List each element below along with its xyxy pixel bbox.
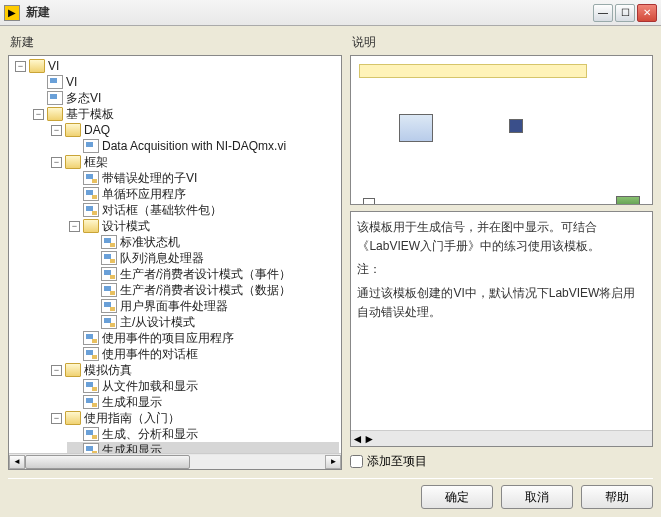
tree-item-label: 使用事件的项目应用程序 <box>102 330 234 347</box>
tree-item[interactable]: −模拟仿真 <box>49 362 339 378</box>
scroll-left-icon[interactable]: ◄ <box>351 432 363 446</box>
tree-item[interactable]: −设计模式 <box>67 218 339 234</box>
desc-h-scrollbar[interactable]: ◄ ► <box>351 430 652 446</box>
right-panel-label: 说明 <box>352 34 653 51</box>
left-panel: 新建 −VIVI多态VI−基于模板−DAQData Acquisition wi… <box>8 34 342 470</box>
scroll-left-icon[interactable]: ◄ <box>9 455 25 469</box>
tree-item[interactable]: VI <box>31 74 339 90</box>
folder-icon <box>83 219 99 233</box>
expander-icon[interactable]: − <box>15 61 26 72</box>
content-area: 新建 −VIVI多态VI−基于模板−DAQData Acquisition wi… <box>0 26 661 517</box>
expander-spacer <box>69 333 80 344</box>
tree-item[interactable]: 主/从设计模式 <box>85 314 339 330</box>
tree-item[interactable]: −基于模板 <box>31 106 339 122</box>
add-to-project-row[interactable]: 添加至项目 <box>350 453 653 470</box>
desc-line-3: 通过该模板创建的VI中，默认情况下LabVIEW将启用自动错误处理。 <box>357 284 646 322</box>
tree-item[interactable]: −DAQ <box>49 122 339 138</box>
left-panel-label: 新建 <box>10 34 342 51</box>
tree-item[interactable]: −使用指南（入门） <box>49 410 339 426</box>
tree-item-label: 队列消息处理器 <box>120 250 204 267</box>
minimize-button[interactable]: — <box>593 4 613 22</box>
expander-spacer <box>87 301 98 312</box>
tree-item[interactable]: 生成、分析和显示 <box>67 426 339 442</box>
tree-item[interactable]: Data Acquisition with NI-DAQmx.vi <box>67 138 339 154</box>
tree-item[interactable]: 生成和显示 <box>67 394 339 410</box>
expander-spacer <box>69 445 80 454</box>
maximize-button[interactable]: ☐ <box>615 4 635 22</box>
tree-item[interactable]: 队列消息处理器 <box>85 250 339 266</box>
preview-block-3 <box>363 198 375 205</box>
tree-item[interactable]: 对话框（基础软件包） <box>67 202 339 218</box>
scroll-thumb[interactable] <box>25 455 190 469</box>
tree-item-label: 生成和显示 <box>102 394 162 411</box>
tree-h-scrollbar[interactable]: ◄ ► <box>9 453 341 469</box>
vi-file-icon <box>83 443 99 453</box>
expander-spacer <box>33 93 44 104</box>
tree-item[interactable]: 生产者/消费者设计模式（数据） <box>85 282 339 298</box>
tree-item-label: 模拟仿真 <box>84 362 132 379</box>
expander-icon[interactable]: − <box>51 157 62 168</box>
tree-item[interactable]: 从文件加载和显示 <box>67 378 339 394</box>
tree-item-label: 生产者/消费者设计模式（数据） <box>120 282 291 299</box>
tree-item[interactable]: 单循环应用程序 <box>67 186 339 202</box>
scroll-right-icon[interactable]: ► <box>363 432 375 446</box>
expander-spacer <box>87 253 98 264</box>
tree-item-label: 标准状态机 <box>120 234 180 251</box>
preview-body <box>359 84 644 205</box>
folder-icon <box>65 123 81 137</box>
tree-item[interactable]: 生产者/消费者设计模式（事件） <box>85 266 339 282</box>
tree-item[interactable]: 生成和显示 <box>67 442 339 453</box>
expander-spacer <box>69 205 80 216</box>
cancel-button[interactable]: 取消 <box>501 485 573 509</box>
tree-item-label: Data Acquisition with NI-DAQmx.vi <box>102 139 286 153</box>
vi-file-icon <box>101 315 117 329</box>
right-panel: 说明 该模板用于生成信号，并在图中显示。可结合《LabVIEW入门手册》中的练习… <box>350 34 653 470</box>
expander-icon[interactable]: − <box>51 125 62 136</box>
tree-item[interactable]: 使用事件的项目应用程序 <box>67 330 339 346</box>
tree-item-label: 使用事件的对话框 <box>102 346 198 363</box>
vi-file-icon <box>83 139 99 153</box>
tree-item[interactable]: 多态VI <box>31 90 339 106</box>
vi-file-icon <box>83 427 99 441</box>
expander-icon[interactable]: − <box>69 221 80 232</box>
expander-icon[interactable]: − <box>51 365 62 376</box>
tree-item-label: 生成、分析和显示 <box>102 426 198 443</box>
tree-item-label: 生产者/消费者设计模式（事件） <box>120 266 291 283</box>
expander-spacer <box>87 237 98 248</box>
folder-icon <box>65 363 81 377</box>
vi-file-icon <box>101 283 117 297</box>
tree-item-label: 用户界面事件处理器 <box>120 298 228 315</box>
vi-file-icon <box>47 91 63 105</box>
expander-spacer <box>69 173 80 184</box>
tree-item[interactable]: −框架 <box>49 154 339 170</box>
button-row: 确定 取消 帮助 <box>8 485 653 509</box>
help-button[interactable]: 帮助 <box>581 485 653 509</box>
tree-item[interactable]: −VI <box>13 58 339 74</box>
tree-item-label: 主/从设计模式 <box>120 314 195 331</box>
ok-button[interactable]: 确定 <box>421 485 493 509</box>
close-button[interactable]: ✕ <box>637 4 657 22</box>
tree-item-label: DAQ <box>84 123 110 137</box>
tree-item[interactable]: 标准状态机 <box>85 234 339 250</box>
tree-item-label: 带错误处理的子VI <box>102 170 197 187</box>
tree-item[interactable]: 使用事件的对话框 <box>67 346 339 362</box>
scroll-track[interactable] <box>25 455 325 469</box>
vi-file-icon <box>101 251 117 265</box>
expander-spacer <box>87 317 98 328</box>
tree-item[interactable]: 用户界面事件处理器 <box>85 298 339 314</box>
add-to-project-checkbox[interactable] <box>350 455 363 468</box>
scroll-right-icon[interactable]: ► <box>325 455 341 469</box>
tree-item-label: 设计模式 <box>102 218 150 235</box>
folder-icon <box>29 59 45 73</box>
vi-file-icon <box>83 187 99 201</box>
expander-icon[interactable]: − <box>51 413 62 424</box>
preview-block-2 <box>509 119 523 133</box>
vi-file-icon <box>101 267 117 281</box>
vi-file-icon <box>101 299 117 313</box>
vi-file-icon <box>83 171 99 185</box>
expander-icon[interactable]: − <box>33 109 44 120</box>
tree-scroll[interactable]: −VIVI多态VI−基于模板−DAQData Acquisition with … <box>9 56 341 453</box>
vi-file-icon <box>47 75 63 89</box>
expander-spacer <box>69 349 80 360</box>
tree-item[interactable]: 带错误处理的子VI <box>67 170 339 186</box>
